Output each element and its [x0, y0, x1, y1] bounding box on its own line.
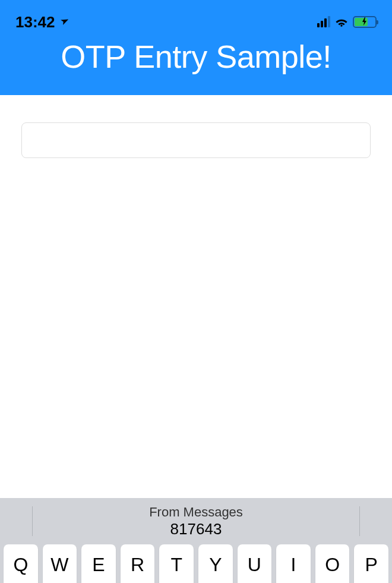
- key-o[interactable]: O: [315, 544, 350, 583]
- autofill-code-value: 817643: [170, 520, 222, 538]
- key-r[interactable]: R: [121, 544, 155, 583]
- keyboard-row-1: Q W E R T Y U I O P: [0, 544, 392, 583]
- autofill-suggestion[interactable]: From Messages 817643: [33, 504, 359, 538]
- autofill-right-spacer: [360, 504, 392, 538]
- content-area: [0, 95, 392, 498]
- key-t[interactable]: T: [159, 544, 194, 583]
- page-title: OTP Entry Sample!: [0, 33, 392, 75]
- battery-charging-icon: [362, 17, 368, 27]
- keyboard-area: From Messages 817643 Q W E R T Y U I O P: [0, 498, 392, 583]
- app-header: 13:42 OTP Entry S: [0, 0, 392, 95]
- autofill-left-spacer: [0, 504, 32, 538]
- key-w[interactable]: W: [43, 544, 77, 583]
- status-right-group: [317, 16, 377, 28]
- otp-input[interactable]: [21, 122, 371, 158]
- location-icon: [56, 14, 70, 30]
- key-y[interactable]: Y: [198, 544, 233, 583]
- autofill-source-label: From Messages: [149, 505, 243, 520]
- key-u[interactable]: U: [238, 544, 272, 583]
- autofill-suggestion-bar: From Messages 817643: [0, 498, 392, 544]
- wifi-icon: [335, 17, 348, 27]
- key-q[interactable]: Q: [4, 544, 38, 583]
- cellular-icon: [317, 17, 330, 27]
- key-p[interactable]: P: [354, 544, 388, 583]
- status-time-group: 13:42: [15, 13, 68, 31]
- key-i[interactable]: I: [276, 544, 311, 583]
- status-bar: 13:42: [0, 0, 392, 33]
- key-e[interactable]: E: [81, 544, 116, 583]
- status-time: 13:42: [15, 13, 55, 31]
- battery-icon: [353, 16, 377, 28]
